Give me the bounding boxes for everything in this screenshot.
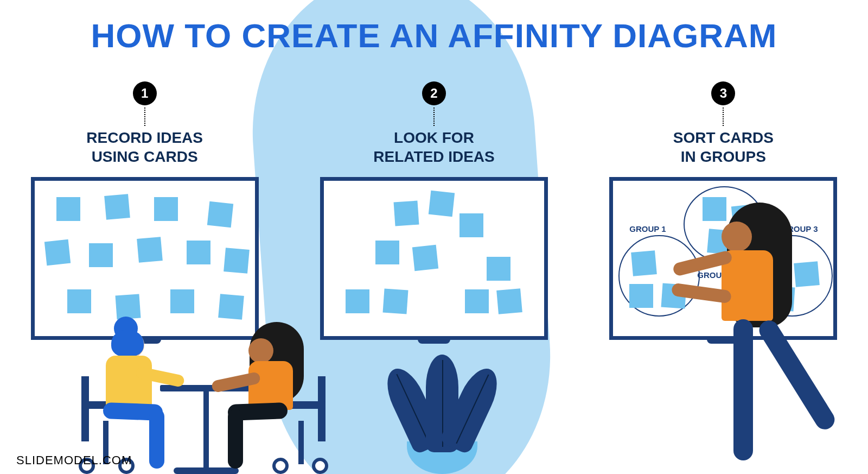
board-1 [31,177,259,340]
sticky-note [394,201,419,226]
sticky-note [465,289,489,313]
person-standing-illustration [684,192,825,474]
sticky-note [137,237,163,263]
step-1-heading: RECORD IDEAS USING CARDS [86,128,203,166]
connector-line [723,108,724,126]
sticky-note [104,194,130,220]
plant-illustration [391,360,494,474]
sticky-note [346,289,369,313]
sticky-note [115,294,141,320]
sticky-note [154,197,178,221]
sticky-note [459,213,483,237]
group-1-label: GROUP 1 [629,224,666,233]
sticky-note [375,241,399,264]
sticky-note [224,248,250,274]
step-1-badge: 1 [133,81,157,105]
sticky-note [383,289,409,314]
sticky-note [89,243,113,267]
page-title: HOW TO CREATE AN AFFINITY DIAGRAM [0,16,868,55]
sticky-note [631,250,657,276]
connector-line [144,108,145,126]
footer-attribution: SLIDEMODEL.COM [16,453,132,467]
step-2-badge: 2 [422,81,446,105]
step-2: 2 LOOK FOR RELATED IDEAS [309,81,559,340]
sticky-note [429,191,455,217]
sticky-note [412,245,438,271]
sticky-note [629,284,653,308]
step-3-heading: SORT CARDS IN GROUPS [673,128,774,166]
step-1: 1 RECORD IDEAS USING CARDS [20,81,270,340]
step-2-heading: LOOK FOR RELATED IDEAS [373,128,495,166]
sticky-note [56,197,80,221]
sticky-note [187,241,210,264]
sticky-note [67,289,91,313]
connector-line [433,108,435,126]
sticky-note [170,289,194,313]
sticky-note [207,201,233,227]
sticky-note [44,239,70,266]
board-2 [320,177,548,340]
step-3-badge: 3 [711,81,735,105]
sticky-note [487,257,510,281]
people-sitting-illustration [81,322,315,474]
sticky-note [218,294,244,320]
sticky-note [496,288,522,314]
